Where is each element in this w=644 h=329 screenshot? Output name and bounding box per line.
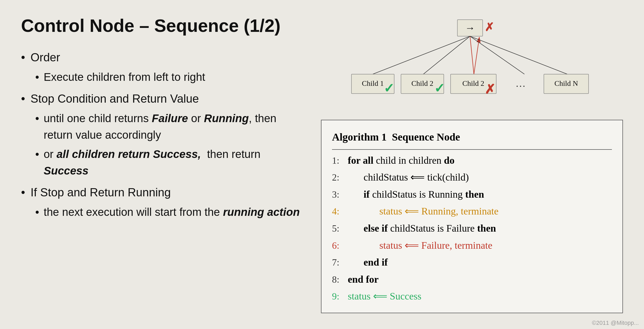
sub-bullet-failure-running: until one child returns Failure or Runni…: [31, 110, 300, 143]
svg-line-4: [423, 36, 470, 74]
svg-line-6: [474, 37, 479, 74]
text-success: Success: [44, 164, 88, 177]
tree-svg: → ✗: [321, 16, 623, 109]
svg-line-8: [470, 36, 567, 74]
svg-text:Child 2: Child 2: [411, 79, 433, 87]
algo-line-3: 3: if childStatus is Running then: [332, 186, 612, 203]
text-failure: Failure: [152, 112, 188, 124]
sub-bullet-execute: Execute children from left to right: [31, 69, 300, 85]
svg-text:Child 1: Child 1: [362, 79, 384, 87]
sub-list-order: Execute children from left to right: [31, 69, 300, 85]
bullet-order: Order Execute children from left to righ…: [21, 49, 300, 85]
algo-line-6: 6: status ⟸ Failure, terminate: [332, 237, 612, 254]
algo-subtitle: Sequence Node: [392, 131, 460, 143]
algo-header: Algorithm 1 Sequence Node: [332, 128, 612, 150]
algo-line-9: 9: status ⟸ Success: [332, 288, 612, 305]
svg-text:…: …: [516, 78, 526, 89]
svg-text:Child N: Child N: [555, 79, 578, 87]
sub-bullet-all-success: or all children return Success, then ret…: [31, 146, 300, 179]
sub-list-stop: until one child returns Failure or Runni…: [31, 110, 300, 179]
text-running: Running: [204, 112, 249, 124]
svg-line-3: [373, 36, 470, 74]
svg-rect-0: [457, 20, 483, 36]
text-all-children-success: all children return Success,: [57, 148, 201, 160]
algo-line-8: 8: end for: [332, 271, 612, 288]
svg-rect-16: [451, 74, 496, 94]
algo-line-5: 5: else if childStatus is Failure then: [332, 220, 612, 237]
watermark: ©2011 @Mitopp...: [592, 320, 639, 326]
text-running-action: running action: [223, 206, 300, 218]
algo-line-4: 4: status ⟸ Running, terminate: [332, 203, 612, 220]
algo-line-2: 2: childStatus ⟸ tick(child): [332, 169, 612, 186]
sub-bullet-next-execution: the next execution will start from the r…: [31, 204, 300, 220]
svg-line-7: [470, 36, 525, 74]
svg-rect-10: [351, 74, 394, 94]
tree-diagram: → ✗: [321, 16, 623, 109]
right-column: → ✗: [310, 16, 623, 313]
algo-title: Algorithm 1: [332, 131, 387, 143]
algorithm-box: Algorithm 1 Sequence Node 1: for all chi…: [321, 120, 623, 313]
bullet-running: If Stop and Return Running the next exec…: [21, 184, 300, 220]
sub-list-running: the next execution will start from the r…: [31, 204, 300, 220]
algo-line-1: 1: for all child in children do: [332, 152, 612, 169]
svg-rect-20: [544, 74, 588, 94]
svg-line-5: [470, 36, 474, 74]
svg-text:✗: ✗: [485, 82, 495, 97]
svg-text:✓: ✓: [384, 81, 394, 96]
svg-text:Child 2: Child 2: [462, 79, 484, 87]
slide: Control Node – Sequence (1/2) Order Exec…: [0, 0, 644, 329]
bullet-stop-condition: Stop Condition and Return Value until on…: [21, 90, 300, 179]
algo-line-7: 7: end if: [332, 254, 612, 271]
svg-text:✗: ✗: [485, 21, 494, 33]
left-column: Control Node – Sequence (1/2) Order Exec…: [21, 16, 310, 313]
svg-rect-13: [401, 74, 444, 94]
svg-text:✓: ✓: [434, 81, 445, 96]
main-bullet-list: Order Execute children from left to righ…: [21, 49, 300, 220]
slide-title: Control Node – Sequence (1/2): [21, 16, 300, 36]
svg-text:→: →: [465, 22, 475, 33]
